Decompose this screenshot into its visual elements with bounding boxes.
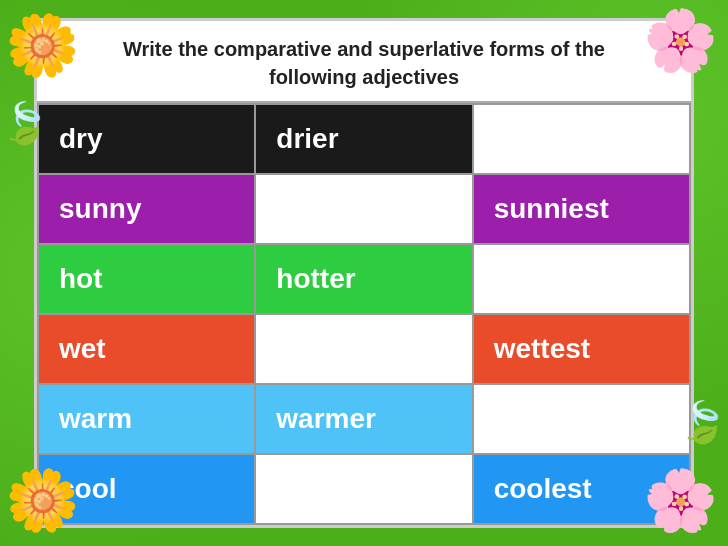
page-title: Write the comparative and superlative fo…	[47, 35, 681, 91]
cell-cool-3: coolest	[473, 454, 690, 524]
table-row-sunny: sunnysunniest	[38, 174, 690, 244]
table-row-hot: hothotter	[38, 244, 690, 314]
cell-hot-2: hotter	[255, 244, 472, 314]
cell-sunny-3: sunniest	[473, 174, 690, 244]
cell-wet-1: wet	[38, 314, 255, 384]
cell-dry-2: drier	[255, 104, 472, 174]
adjectives-table: drydriersunnysunniesthothotterwetwettest…	[37, 103, 691, 525]
cell-sunny-1: sunny	[38, 174, 255, 244]
table-row-cool: coolcoolest	[38, 454, 690, 524]
title-area: Write the comparative and superlative fo…	[37, 21, 691, 103]
cell-hot-3	[473, 244, 690, 314]
cell-cool-1: cool	[38, 454, 255, 524]
cell-hot-1: hot	[38, 244, 255, 314]
main-container: Write the comparative and superlative fo…	[34, 18, 694, 528]
cell-warm-3	[473, 384, 690, 454]
leaf-left: 🍃	[0, 100, 50, 147]
cell-warm-1: warm	[38, 384, 255, 454]
table-row-dry: drydrier	[38, 104, 690, 174]
leaf-right: 🍃	[678, 399, 728, 446]
cell-sunny-2	[255, 174, 472, 244]
table-row-warm: warmwarmer	[38, 384, 690, 454]
cell-dry-3	[473, 104, 690, 174]
cell-dry-1: dry	[38, 104, 255, 174]
cell-cool-2	[255, 454, 472, 524]
cell-warm-2: warmer	[255, 384, 472, 454]
cell-wet-3: wettest	[473, 314, 690, 384]
cell-wet-2	[255, 314, 472, 384]
table-row-wet: wetwettest	[38, 314, 690, 384]
